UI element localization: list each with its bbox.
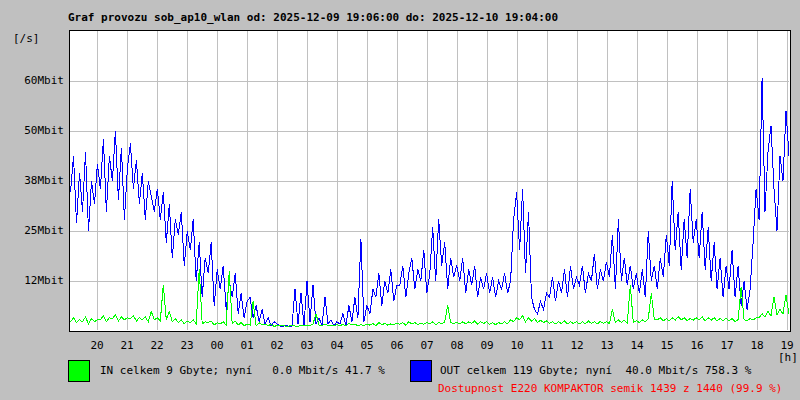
x-tick-label: 06 <box>382 340 412 352</box>
x-tick-label: 00 <box>202 340 232 352</box>
x-tick-label: 13 <box>592 340 622 352</box>
y-tick-label: 12Mbit <box>0 275 64 287</box>
x-tick-label: 20 <box>82 340 112 352</box>
x-tick-label: 01 <box>232 340 262 352</box>
x-axis-labels: 2021222300010203040506070809101112131415… <box>0 340 800 354</box>
x-tick-label: 02 <box>262 340 292 352</box>
x-tick-label: 18 <box>742 340 772 352</box>
x-tick-label: 21 <box>112 340 142 352</box>
x-tick-label: 14 <box>622 340 652 352</box>
x-tick-label: 10 <box>502 340 532 352</box>
x-tick-label: 12 <box>562 340 592 352</box>
x-tick-label: 11 <box>532 340 562 352</box>
x-tick-label: 22 <box>142 340 172 352</box>
x-tick-label: 17 <box>712 340 742 352</box>
x-tick-label: 15 <box>652 340 682 352</box>
x-axis-unit-label: [h] <box>778 352 798 364</box>
y-tick-label: 60Mbit <box>0 75 64 87</box>
x-tick-label: 08 <box>442 340 472 352</box>
x-tick-label: 05 <box>352 340 382 352</box>
x-tick-label: 07 <box>412 340 442 352</box>
legend-out-swatch <box>410 360 432 382</box>
x-tick-label: 03 <box>292 340 322 352</box>
legend-in-label: IN celkem 9 Gbyte; nyní 0.0 Mbit/s 41.7 … <box>100 365 385 377</box>
x-tick-label: 16 <box>682 340 712 352</box>
availability-status-text: Dostupnost E220 KOMPAKTOR semik 1439 z 1… <box>438 383 782 395</box>
traffic-graph-screen: Graf provozu sob_ap10_wlan od: 2025-12-0… <box>0 0 800 400</box>
x-tick-label: 09 <box>472 340 502 352</box>
x-tick-label: 04 <box>322 340 352 352</box>
y-tick-label: 25Mbit <box>0 225 64 237</box>
x-tick-label: 23 <box>172 340 202 352</box>
y-tick-label: 50Mbit <box>0 125 64 137</box>
y-tick-label: 38Mbit <box>0 175 64 187</box>
y-axis-labels: 60Mbit50Mbit38Mbit25Mbit12Mbit <box>0 0 64 340</box>
legend-out-label: OUT celkem 119 Gbyte; nyní 40.0 Mbit/s 7… <box>440 365 751 377</box>
legend-in-swatch <box>68 360 90 382</box>
